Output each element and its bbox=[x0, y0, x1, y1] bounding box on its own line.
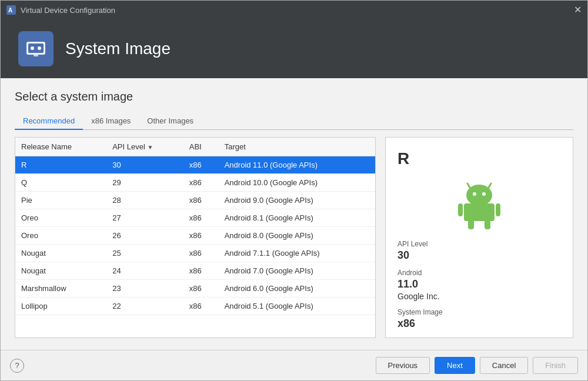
cell-target: Android 5.1 (Google APIs) bbox=[219, 298, 375, 315]
table-row[interactable]: Pie28x86Android 9.0 (Google APIs) bbox=[15, 192, 375, 209]
cell-abi: x86 bbox=[183, 192, 219, 209]
svg-point-4 bbox=[31, 46, 34, 50]
header: System Image bbox=[1, 19, 587, 78]
cell-abi: x86 bbox=[183, 280, 219, 298]
cell-release: Lollipop bbox=[15, 298, 106, 315]
svg-point-5 bbox=[38, 46, 41, 50]
table-row[interactable]: Nougat25x86Android 7.1.1 (Google APIs) bbox=[15, 245, 375, 262]
table-row[interactable]: Lollipop22x86Android 5.1 (Google APIs) bbox=[15, 298, 375, 315]
previous-button[interactable]: Previous bbox=[376, 357, 430, 374]
api-level-label: API Level bbox=[397, 240, 561, 248]
header-icon bbox=[18, 31, 54, 66]
vendor-label: Google Inc. bbox=[397, 292, 561, 301]
cell-api: 24 bbox=[106, 262, 183, 280]
col-release-name: Release Name bbox=[15, 138, 106, 156]
cell-target: Android 7.0 (Google APIs) bbox=[219, 262, 375, 280]
cell-release: Q bbox=[15, 174, 106, 192]
col-abi: ABI bbox=[183, 138, 219, 156]
cell-api: 23 bbox=[106, 280, 183, 298]
svg-point-9 bbox=[466, 185, 492, 206]
titlebar: A Virtual Device Configuration ✕ bbox=[1, 1, 587, 19]
cell-api: 30 bbox=[106, 156, 183, 174]
cell-api: 29 bbox=[106, 174, 183, 192]
svg-rect-16 bbox=[485, 220, 490, 229]
footer: ? Previous Next Cancel Finish bbox=[1, 350, 587, 380]
android-value: 11.0 bbox=[397, 278, 561, 290]
cancel-button[interactable]: Cancel bbox=[480, 357, 528, 374]
cell-abi: x86 bbox=[183, 262, 219, 280]
app-icon: A bbox=[6, 5, 16, 15]
tab-x86-images[interactable]: x86 Images bbox=[83, 113, 139, 130]
table-row[interactable]: Marshmallow23x86Android 6.0 (Google APIs… bbox=[15, 280, 375, 298]
tab-other-images[interactable]: Other Images bbox=[139, 113, 202, 130]
cell-abi: x86 bbox=[183, 298, 219, 315]
cell-api: 28 bbox=[106, 192, 183, 209]
table-header-row: Release Name API Level ▼ ABI Target bbox=[15, 138, 375, 156]
table-row[interactable]: Oreo27x86Android 8.1 (Google APIs) bbox=[15, 209, 375, 227]
api-level-value: 30 bbox=[397, 249, 561, 262]
cell-target: Android 7.1.1 (Google APIs) bbox=[219, 245, 375, 262]
cell-release: Pie bbox=[15, 192, 106, 209]
svg-point-11 bbox=[482, 192, 486, 196]
system-image-label: System Image bbox=[397, 308, 561, 316]
cell-release: Oreo bbox=[15, 209, 106, 227]
cell-api: 26 bbox=[106, 227, 183, 245]
system-image-value: x86 bbox=[397, 317, 561, 330]
titlebar-left: A Virtual Device Configuration bbox=[6, 5, 115, 15]
svg-rect-13 bbox=[458, 203, 463, 216]
android-label: Android bbox=[397, 269, 561, 277]
cell-target: Android 6.0 (Google APIs) bbox=[219, 280, 375, 298]
android-robot-icon bbox=[456, 178, 503, 230]
table-row[interactable]: Q29x86Android 10.0 (Google APIs) bbox=[15, 174, 375, 192]
cell-target: Android 8.0 (Google APIs) bbox=[219, 227, 375, 245]
col-target: Target bbox=[219, 138, 375, 156]
svg-rect-6 bbox=[34, 55, 38, 56]
page-title: Select a system image bbox=[15, 90, 573, 103]
detail-letter: R bbox=[397, 149, 561, 168]
svg-rect-3 bbox=[28, 44, 44, 53]
main-area: Release Name API Level ▼ ABI Target R30x… bbox=[15, 137, 573, 338]
window-title: Virtual Device Configuration bbox=[21, 6, 115, 15]
cell-api: 27 bbox=[106, 209, 183, 227]
next-button[interactable]: Next bbox=[435, 357, 475, 374]
svg-text:A: A bbox=[8, 7, 12, 14]
cell-target: Android 11.0 (Google APIs) bbox=[219, 156, 375, 174]
table-body: R30x86Android 11.0 (Google APIs)Q29x86An… bbox=[15, 156, 375, 315]
svg-rect-14 bbox=[496, 203, 500, 216]
help-button[interactable]: ? bbox=[10, 359, 24, 373]
content-area: Select a system image Recommended x86 Im… bbox=[1, 78, 587, 350]
cell-target: Android 8.1 (Google APIs) bbox=[219, 209, 375, 227]
table-row[interactable]: R30x86Android 11.0 (Google APIs) bbox=[15, 156, 375, 174]
cell-target: Android 10.0 (Google APIs) bbox=[219, 174, 375, 192]
cell-release: R bbox=[15, 156, 106, 174]
cell-target: Android 9.0 (Google APIs) bbox=[219, 192, 375, 209]
cell-release: Oreo bbox=[15, 227, 106, 245]
image-list: Release Name API Level ▼ ABI Target R30x… bbox=[15, 138, 375, 315]
col-api-level[interactable]: API Level ▼ bbox=[106, 138, 183, 156]
cell-abi: x86 bbox=[183, 174, 219, 192]
cell-abi: x86 bbox=[183, 227, 219, 245]
svg-rect-15 bbox=[468, 220, 474, 229]
system-image-table[interactable]: Release Name API Level ▼ ABI Target R30x… bbox=[15, 137, 376, 338]
cell-abi: x86 bbox=[183, 209, 219, 227]
cell-abi: x86 bbox=[183, 156, 219, 174]
cell-release: Marshmallow bbox=[15, 280, 106, 298]
cell-api: 22 bbox=[106, 298, 183, 315]
finish-button[interactable]: Finish bbox=[533, 357, 578, 374]
svg-point-10 bbox=[473, 192, 476, 196]
cell-api: 25 bbox=[106, 245, 183, 262]
header-title: System Image bbox=[65, 39, 171, 58]
tab-recommended[interactable]: Recommended bbox=[15, 113, 83, 130]
cell-abi: x86 bbox=[183, 245, 219, 262]
footer-buttons: Previous Next Cancel Finish bbox=[376, 357, 578, 374]
tab-bar: Recommended x86 Images Other Images bbox=[15, 113, 573, 130]
sort-arrow-icon: ▼ bbox=[147, 144, 153, 151]
close-button[interactable]: ✕ bbox=[574, 5, 582, 15]
cell-release: Nougat bbox=[15, 245, 106, 262]
table-row[interactable]: Oreo26x86Android 8.0 (Google APIs) bbox=[15, 227, 375, 245]
detail-panel: R bbox=[385, 137, 573, 338]
svg-rect-12 bbox=[464, 203, 495, 221]
cell-release: Nougat bbox=[15, 262, 106, 280]
table-row[interactable]: Nougat24x86Android 7.0 (Google APIs) bbox=[15, 262, 375, 280]
